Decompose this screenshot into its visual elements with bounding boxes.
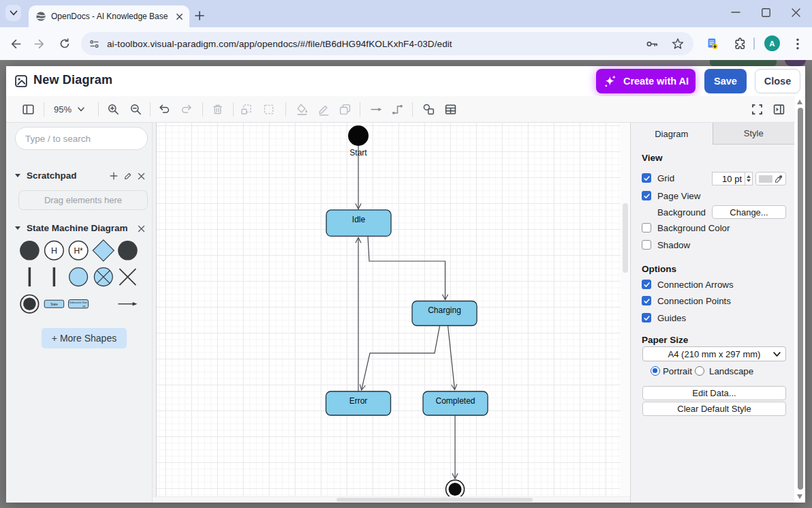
- tab-style[interactable]: Style: [713, 123, 795, 145]
- background-change-button[interactable]: Change...: [712, 205, 786, 219]
- page-view-checkbox[interactable]: [642, 191, 651, 200]
- scratchpad-edit-icon[interactable]: [123, 171, 133, 181]
- scratchpad-dropzone[interactable]: Drag elements here: [18, 190, 148, 210]
- stepper-up-icon[interactable]: [747, 175, 751, 178]
- modal-scroll-thumb[interactable]: [798, 108, 803, 490]
- toggle-left-panel-button[interactable]: [22, 103, 35, 116]
- tab-diagram[interactable]: Diagram: [631, 123, 713, 145]
- extensions-puzzle-icon[interactable]: [730, 34, 749, 53]
- create-with-ai-button[interactable]: Create with AI: [596, 69, 696, 93]
- scratchpad-add-icon[interactable]: [109, 171, 119, 181]
- fullscreen-button[interactable]: [751, 103, 764, 116]
- shape-fork-bar[interactable]: [29, 267, 31, 286]
- shape-section-header[interactable]: State Machine Diagram: [6, 223, 153, 235]
- line-color-button[interactable]: [317, 103, 330, 116]
- more-shapes-button[interactable]: + More Shapes: [42, 328, 127, 348]
- browser-tab[interactable]: OpenDocs - AI Knowledge Base: [29, 5, 189, 27]
- new-tab-button[interactable]: [191, 7, 208, 25]
- bookmark-star-icon[interactable]: [672, 38, 684, 50]
- scroll-up-arrow-icon[interactable]: [797, 100, 802, 104]
- zoom-dropdown[interactable]: 95%: [54, 96, 84, 123]
- node-charging[interactable]: Charging: [412, 301, 477, 326]
- undo-button[interactable]: [158, 103, 171, 116]
- shape-exit-point[interactable]: [94, 268, 112, 286]
- browser-menu-kebab-icon[interactable]: [790, 36, 805, 51]
- edge-idle-charging[interactable]: [368, 237, 446, 300]
- waypoint-style-button[interactable]: [391, 103, 404, 116]
- scratchpad-close-icon[interactable]: [136, 171, 146, 181]
- shape-search-input[interactable]: [15, 127, 148, 150]
- landscape-radio[interactable]: [695, 366, 704, 376]
- clear-default-style-button[interactable]: Clear Default Style: [642, 402, 786, 416]
- zoom-in-button[interactable]: [107, 103, 120, 116]
- shape-join-bar[interactable]: [53, 267, 56, 286]
- site-settings-icon[interactable]: [89, 38, 100, 50]
- shape-initial-state[interactable]: [20, 241, 40, 260]
- node-start[interactable]: Start: [348, 125, 369, 158]
- shape-shallow-history[interactable]: H: [45, 241, 64, 260]
- forward-button[interactable]: [30, 34, 49, 53]
- back-button[interactable]: [5, 34, 25, 53]
- paper-size-select[interactable]: A4 (210 mm x 297 mm): [642, 346, 786, 361]
- profile-avatar[interactable]: A: [764, 35, 780, 51]
- tab-close-button[interactable]: [173, 10, 185, 23]
- connection-points-checkbox[interactable]: [642, 296, 651, 305]
- stepper-down-icon[interactable]: [747, 179, 751, 182]
- connection-style-button[interactable]: [370, 103, 383, 116]
- window-maximize-button[interactable]: [751, 0, 781, 25]
- address-bar[interactable]: ai-toolbox.visual-paradigm.com/app/opend…: [81, 32, 693, 55]
- modal-scrollbar[interactable]: [795, 96, 805, 503]
- window-close-button[interactable]: [781, 0, 811, 25]
- shape-choice[interactable]: [93, 240, 114, 261]
- connection-arrows-checkbox[interactable]: [642, 280, 651, 289]
- shape-final-node[interactable]: [118, 241, 138, 260]
- canvas-vertical-scrollbar[interactable]: [621, 123, 630, 496]
- tab-search-button[interactable]: [5, 5, 21, 21]
- shadow-checkbox[interactable]: [642, 240, 651, 250]
- save-button[interactable]: Save: [704, 69, 747, 93]
- shape-transition[interactable]: [118, 302, 137, 306]
- grid-checkbox[interactable]: [642, 173, 651, 183]
- node-idle[interactable]: Idle: [326, 210, 391, 237]
- node-completed[interactable]: Completed: [423, 391, 488, 415]
- guides-checkbox[interactable]: [642, 313, 651, 323]
- canvas-horizontal-scrollbar[interactable]: [153, 496, 630, 503]
- shape-entry-point[interactable]: [69, 268, 88, 286]
- shape-state[interactable]: State: [44, 300, 64, 308]
- shape-terminate[interactable]: [119, 269, 136, 285]
- fill-color-button[interactable]: [296, 103, 309, 116]
- redo-button[interactable]: [180, 103, 193, 116]
- grid-color-button[interactable]: [755, 172, 786, 185]
- grid-size-input[interactable]: [712, 172, 745, 185]
- toggle-right-panel-button[interactable]: [772, 103, 785, 116]
- extension-translate-icon[interactable]: [703, 34, 722, 53]
- diagram-canvas[interactable]: Start Idle Charging Error: [153, 123, 630, 503]
- shape-submachine-state[interactable]: Submachine State ∞: [69, 300, 89, 308]
- password-key-icon[interactable]: [646, 38, 659, 50]
- shape-final-state[interactable]: [20, 295, 38, 313]
- delete-button[interactable]: [211, 103, 224, 116]
- zoom-out-button[interactable]: [129, 103, 142, 116]
- insert-table-button[interactable]: [444, 103, 457, 116]
- node-final[interactable]: [446, 480, 465, 496]
- edge-charging-error[interactable]: [362, 326, 440, 390]
- url-text[interactable]: ai-toolbox.visual-paradigm.com/app/opend…: [107, 39, 646, 49]
- grid-size-stepper[interactable]: [745, 172, 753, 185]
- background-color-checkbox[interactable]: [642, 223, 651, 233]
- canvas-hscroll-thumb[interactable]: [337, 498, 533, 502]
- edit-data-button[interactable]: Edit Data...: [642, 386, 786, 400]
- close-button[interactable]: Close: [755, 69, 800, 93]
- section-close-icon[interactable]: [136, 224, 146, 233]
- paste-size-button[interactable]: [262, 103, 275, 116]
- edge-charging-completed[interactable]: [448, 326, 455, 390]
- insert-shape-button[interactable]: [422, 103, 435, 116]
- portrait-radio[interactable]: [651, 366, 660, 376]
- shadow-button[interactable]: [339, 103, 352, 116]
- canvas-vscroll-thumb[interactable]: [623, 203, 628, 273]
- window-minimize-button[interactable]: [721, 0, 751, 25]
- reload-button[interactable]: [55, 34, 74, 53]
- shape-deep-history[interactable]: H*: [69, 241, 88, 260]
- node-error[interactable]: Error: [326, 391, 391, 415]
- copy-size-button[interactable]: [240, 103, 253, 116]
- scratchpad-header[interactable]: Scratchpad: [6, 170, 153, 183]
